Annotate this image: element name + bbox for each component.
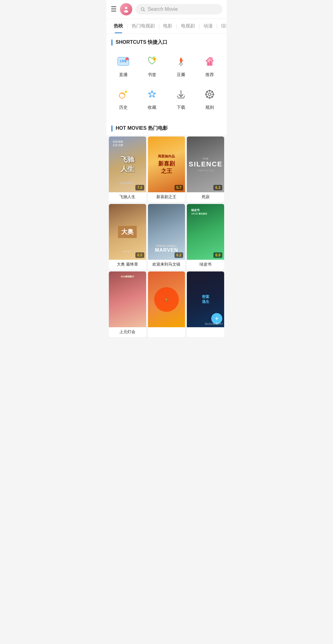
movie-title-3: 死寂	[187, 192, 224, 202]
poster-bg-2: 周星驰作品 新喜剧之王	[148, 137, 185, 192]
movie-poster-6: 绿皮书 3月1日 最佳损友 8.9	[187, 204, 224, 260]
svg-rect-13	[208, 62, 209, 65]
search-icon	[140, 7, 145, 12]
tab-tv[interactable]: 电视剧	[178, 19, 198, 33]
tab-hot-now[interactable]: 热映	[111, 19, 126, 33]
shortcuts-section: SHORTCUTS 快捷入口 LIVE ● 直播	[106, 34, 227, 120]
nav-tabs: 热映 | 热门电视剧 | 电影 | 电视剧 | 动漫 | 综艺	[106, 19, 227, 34]
download-icon	[173, 86, 189, 102]
movie-card-3[interactable]: THE SILENCE A NETFLIX FILM 6.3 死寂	[187, 137, 224, 202]
movies-grid: 导演 韩寒主演 沈腾 飞驰人生 2019大年初一 7.0 飞驰人生 周星驰作品 …	[106, 137, 227, 340]
movie-poster-1: 导演 韩寒主演 沈腾 飞驰人生 2019大年初一 7.0	[109, 137, 146, 192]
movie-rating-6: 8.9	[213, 252, 222, 258]
shortcut-recommend[interactable]: 推荐	[195, 49, 224, 82]
svg-point-11	[180, 63, 182, 65]
favorites-icon	[144, 86, 160, 102]
section-bar	[111, 39, 113, 46]
svg-point-2	[141, 8, 144, 10]
movie-card-5[interactable]: STEVE CARELL MARVEN 6.2 欢迎来到马文镇	[148, 204, 185, 270]
movie-poster-7: 2019爱情新片	[109, 271, 146, 327]
poster-bg-6: 绿皮书 3月1日 最佳损友	[187, 204, 224, 260]
movie-title-1: 飞驰人生	[109, 192, 146, 202]
douban-icon	[173, 54, 189, 70]
movie-card-1[interactable]: 导演 韩寒主演 沈腾 飞驰人生 2019大年初一 7.0 飞驰人生	[109, 137, 146, 202]
tab-movies[interactable]: 电影	[160, 19, 175, 33]
search-bar[interactable]: Search Movie	[135, 4, 222, 14]
hot-movies-section: HOT MOVIES 热门电影 导演 韩寒主演 沈腾 飞驰人生 2019大年初一…	[106, 120, 227, 342]
header: ☰ Search Movie	[106, 0, 227, 19]
movie-poster-4: 大奥 ムービー 6.5	[109, 204, 146, 260]
rules-label: 规则	[205, 105, 214, 110]
recommend-icon	[202, 54, 218, 70]
movie-card-4[interactable]: 大奥 ムービー 6.5 大奥 最终章	[109, 204, 146, 270]
movie-card-9[interactable]: 密案逃生 + DLGG创客DIY	[187, 271, 224, 337]
history-icon	[115, 86, 131, 102]
live-label: 直播	[119, 72, 128, 78]
shortcuts-header: SHORTCUTS 快捷入口	[106, 34, 227, 49]
movie-title-9	[187, 327, 224, 332]
svg-point-1	[124, 10, 128, 13]
recommend-label: 推荐	[205, 72, 214, 78]
shortcut-rules[interactable]: 规则	[195, 82, 224, 115]
movie-title-2: 新喜剧之王	[148, 192, 185, 202]
download-label: 下载	[177, 105, 185, 110]
poster-bg-5: STEVE CARELL MARVEN	[148, 204, 185, 260]
poster-bg-3: THE SILENCE A NETFLIX FILM	[187, 137, 224, 192]
movie-card-7[interactable]: 2019爱情新片 上元灯会	[109, 271, 146, 337]
shortcut-download[interactable]: 下载	[166, 82, 195, 115]
history-label: 历史	[119, 105, 128, 110]
movie-poster-8: 🚴	[148, 271, 185, 327]
poster-bg-8: 🚴	[148, 271, 185, 327]
bookmark-icon	[144, 54, 160, 70]
watermark: DLGG创客DIY	[205, 322, 223, 326]
svg-point-0	[125, 7, 127, 9]
poster-bg-4: 大奥 ムービー	[109, 204, 146, 260]
hot-movies-title: HOT MOVIES 热门电影	[116, 125, 168, 132]
movie-rating-5: 6.2	[175, 252, 183, 258]
movie-card-2[interactable]: 周星驰作品 新喜剧之王 5.7 新喜剧之王	[148, 137, 185, 202]
shortcut-history[interactable]: 历史	[109, 82, 138, 115]
svg-point-10	[154, 58, 155, 60]
live-icon: LIVE ●	[115, 54, 131, 70]
rules-icon	[202, 86, 218, 102]
douban-label: 豆瓣	[177, 72, 185, 78]
shortcut-favorites[interactable]: 收藏	[138, 82, 167, 115]
movie-title-4: 大奥 最终章	[109, 260, 146, 270]
movie-rating-1: 7.0	[135, 185, 144, 190]
svg-point-15	[210, 57, 213, 60]
shortcut-live[interactable]: LIVE ● 直播	[109, 49, 138, 82]
tab-anime[interactable]: 动漫	[200, 19, 216, 33]
hot-movies-header: HOT MOVIES 热门电影	[106, 120, 227, 135]
movie-title-6: 绿皮书	[187, 260, 224, 270]
bookmark-label: 书签	[148, 72, 156, 78]
shortcut-bookmark[interactable]: 书签	[138, 49, 167, 82]
movie-card-8[interactable]: 🚴	[148, 271, 185, 337]
movie-rating-2: 5.7	[175, 185, 183, 190]
poster-bg-1: 导演 韩寒主演 沈腾 飞驰人生 2019大年初一	[109, 137, 146, 192]
svg-rect-14	[210, 61, 211, 65]
svg-text:●: ●	[126, 59, 128, 61]
movie-card-6[interactable]: 绿皮书 3月1日 最佳损友 8.9 绿皮书	[187, 204, 224, 270]
svg-point-22	[208, 93, 211, 96]
shortcuts-grid: LIVE ● 直播 书签	[106, 49, 227, 115]
tab-hot-tv[interactable]: 热门电视剧	[129, 19, 158, 33]
shortcuts-title: SHORTCUTS 快捷入口	[116, 39, 167, 46]
movie-poster-5: STEVE CARELL MARVEN 6.2	[148, 204, 185, 260]
movie-title-8	[148, 327, 185, 332]
movie-rating-3: 6.3	[213, 185, 222, 190]
movie-title-5: 欢迎来到马文镇	[148, 260, 185, 270]
movie-title-7: 上元灯会	[109, 327, 146, 337]
search-placeholder: Search Movie	[148, 6, 178, 12]
favorites-label: 收藏	[148, 105, 156, 110]
menu-icon[interactable]: ☰	[111, 5, 117, 13]
svg-line-3	[144, 10, 145, 11]
svg-point-16	[119, 93, 125, 98]
avatar[interactable]	[120, 3, 132, 15]
movie-rating-4: 6.5	[135, 252, 144, 258]
movie-poster-9: 密案逃生 + DLGG创客DIY	[187, 271, 224, 327]
section-bar-movies	[111, 125, 113, 132]
shortcut-douban[interactable]: 豆瓣	[166, 49, 195, 82]
movie-poster-3: THE SILENCE A NETFLIX FILM 6.3	[187, 137, 224, 192]
poster-bg-7: 2019爱情新片	[109, 271, 146, 327]
tab-variety[interactable]: 综艺	[218, 19, 227, 33]
